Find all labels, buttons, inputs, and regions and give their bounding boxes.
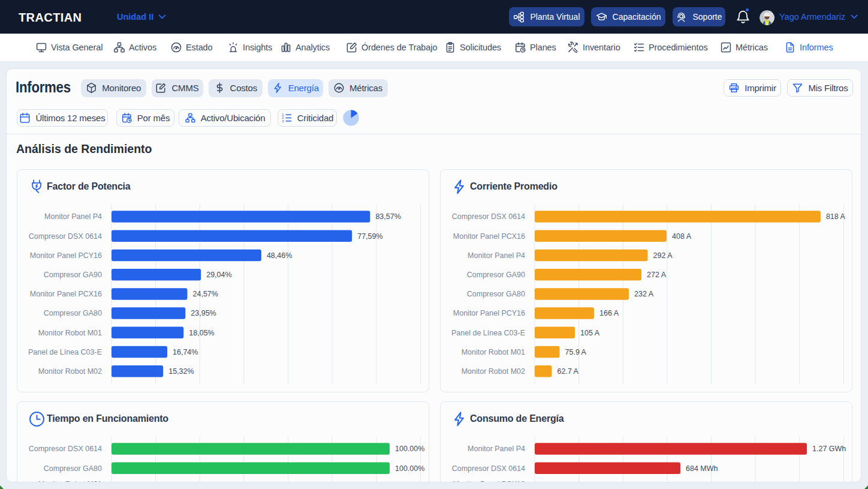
- svg-text:3: 3: [282, 119, 284, 122]
- svg-text:83,57%: 83,57%: [375, 212, 400, 221]
- svg-text:Monitor Robot M01: Monitor Robot M01: [38, 328, 102, 337]
- svg-text:408 A: 408 A: [672, 232, 692, 240]
- svg-text:Compresor DSX 0614: Compresor DSX 0614: [452, 212, 525, 221]
- svg-text:Compresor GA90: Compresor GA90: [44, 271, 102, 279]
- svg-text:18,05%: 18,05%: [189, 328, 214, 337]
- svg-text:62.7 A: 62.7 A: [557, 367, 579, 376]
- svg-text:Monitor Robot M02: Monitor Robot M02: [38, 367, 102, 376]
- svg-text:818 A: 818 A: [826, 212, 846, 221]
- svg-text:75.9 A: 75.9 A: [565, 347, 587, 356]
- svg-text:Panel de Línea C03-E: Panel de Línea C03-E: [451, 328, 525, 337]
- svg-text:Compresor GA80: Compresor GA80: [44, 464, 102, 473]
- svg-text:Compresor DSX 0614: Compresor DSX 0614: [452, 464, 525, 473]
- svg-text:272 A: 272 A: [647, 271, 667, 279]
- svg-text:24,57%: 24,57%: [193, 290, 218, 298]
- svg-text:Monitor Panel P4: Monitor Panel P4: [468, 251, 525, 259]
- svg-text:Monitor Panel P4: Monitor Panel P4: [44, 212, 102, 221]
- svg-text:Monitor Panel PCX16: Monitor Panel PCX16: [30, 290, 102, 298]
- svg-text:Panel de Línea C03-E: Panel de Línea C03-E: [28, 347, 102, 356]
- svg-text:1.27 GWh: 1.27 GWh: [812, 445, 846, 453]
- svg-text:232 A: 232 A: [634, 290, 654, 298]
- svg-text:Monitor Panel P4: Monitor Panel P4: [468, 445, 525, 453]
- svg-text:Monitor Robot M01: Monitor Robot M01: [462, 347, 525, 356]
- svg-text:Monitor Panel PCY16: Monitor Panel PCY16: [453, 309, 525, 317]
- svg-text:Monitor Panel PCX16: Monitor Panel PCX16: [453, 232, 525, 240]
- svg-text:Monitor Robot M02: Monitor Robot M02: [462, 367, 525, 376]
- svg-text:Compresor DSX 0614: Compresor DSX 0614: [29, 445, 102, 453]
- svg-text:Monitor Robot M01: Monitor Robot M01: [38, 480, 102, 482]
- svg-text:Compresor DSX 0614: Compresor DSX 0614: [29, 232, 102, 240]
- svg-text:Compresor GA90: Compresor GA90: [467, 271, 525, 279]
- svg-text:105 A: 105 A: [580, 328, 600, 337]
- svg-text:29,04%: 29,04%: [206, 271, 231, 279]
- svg-text:15,32%: 15,32%: [168, 367, 194, 376]
- svg-text:684 MWh: 684 MWh: [686, 464, 718, 473]
- svg-text:292 A: 292 A: [653, 251, 673, 259]
- svg-text:Monitor Panel PCX16: Monitor Panel PCX16: [453, 480, 525, 482]
- svg-text:100.00%: 100.00%: [395, 464, 424, 473]
- svg-text:166 A: 166 A: [599, 309, 619, 317]
- svg-text:77,59%: 77,59%: [357, 232, 382, 240]
- svg-text:Compresor GA80: Compresor GA80: [44, 309, 102, 317]
- svg-text:Monitor Panel PCY16: Monitor Panel PCY16: [30, 251, 102, 259]
- svg-text:23,95%: 23,95%: [191, 309, 216, 317]
- svg-text:100.00%: 100.00%: [395, 445, 424, 453]
- svg-text:Compresor GA80: Compresor GA80: [467, 290, 525, 298]
- svg-text:48,46%: 48,46%: [267, 251, 292, 259]
- svg-text:16,74%: 16,74%: [173, 347, 198, 356]
